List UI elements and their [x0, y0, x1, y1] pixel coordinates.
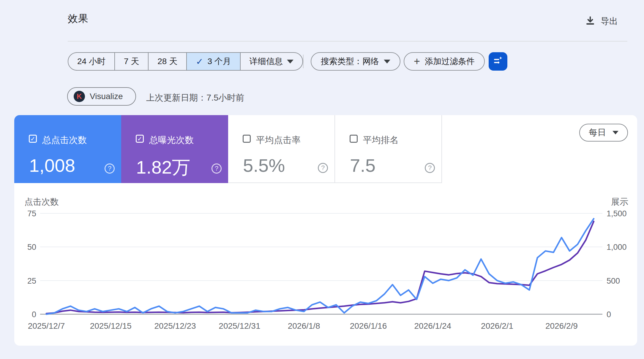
tab-details[interactable]: 详细信息	[240, 53, 302, 70]
metric-card-average-ctr[interactable]: 平均点击率 5.5% ?	[228, 115, 335, 183]
help-icon[interactable]: ?	[211, 163, 222, 174]
metric-label: 平均点击率	[256, 134, 301, 146]
download-icon	[585, 16, 595, 27]
page-title: 效果	[68, 12, 89, 26]
export-label: 导出	[601, 15, 618, 27]
metric-card-average-position[interactable]: 平均排名 7.5 ?	[335, 115, 442, 183]
export-button[interactable]: 导出	[585, 15, 618, 27]
plus-icon: +	[414, 56, 420, 67]
tab-7-days[interactable]: 7 天	[114, 53, 148, 70]
smart-filter-button[interactable]	[489, 52, 507, 71]
visualize-label: Visualize	[90, 92, 123, 101]
checkbox-unchecked-icon[interactable]	[243, 135, 251, 143]
metric-card-total-impressions[interactable]: ✓ 总曝光次数 1.82万 ?	[121, 115, 228, 183]
tab-28-days[interactable]: 28 天	[148, 53, 186, 70]
help-icon[interactable]: ?	[425, 163, 435, 173]
tune-sparkle-icon	[493, 55, 503, 67]
help-icon[interactable]: ?	[105, 163, 115, 174]
chevron-down-icon	[287, 60, 293, 63]
chevron-down-icon	[613, 131, 618, 134]
add-filter-button[interactable]: + 添加过滤条件	[404, 52, 485, 71]
last-update-text: 上次更新日期：7.5小时前	[146, 92, 244, 104]
granularity-dropdown[interactable]: 每日	[579, 124, 628, 142]
search-type-dropdown[interactable]: 搜索类型：网络	[311, 52, 400, 71]
metric-value: 1,008	[29, 155, 75, 176]
tab-24-hours[interactable]: 24 小时	[68, 53, 114, 70]
metric-value: 1.82万	[136, 155, 190, 180]
performance-page: 效果 导出 24 小时 7 天 28 天 ✓ 3 个月 详细信息 搜索类型：网络…	[0, 0, 644, 359]
visualize-button[interactable]: K Visualize	[67, 87, 136, 106]
checkbox-unchecked-icon[interactable]	[350, 135, 358, 143]
checkbox-checked-icon[interactable]: ✓	[136, 135, 144, 143]
header-divider	[68, 41, 627, 42]
metric-label: 总曝光次数	[149, 134, 194, 146]
chevron-down-icon	[384, 60, 390, 63]
check-icon: ✓	[196, 56, 203, 67]
metric-value: 5.5%	[243, 155, 285, 176]
metric-label: 平均排名	[363, 134, 399, 146]
metric-label: 总点击次数	[42, 134, 87, 146]
date-range-segmented-control: 24 小时 7 天 28 天 ✓ 3 个月 详细信息	[68, 52, 303, 71]
tab-3-months-selected[interactable]: ✓ 3 个月	[186, 53, 240, 70]
checkbox-checked-icon[interactable]: ✓	[29, 135, 37, 143]
help-icon[interactable]: ?	[318, 163, 328, 173]
filter-row-separator	[303, 55, 304, 68]
visualize-badge-icon: K	[74, 91, 85, 102]
metric-card-total-clicks[interactable]: ✓ 总点击次数 1,008 ?	[14, 115, 121, 183]
metric-value: 7.5	[350, 155, 375, 176]
